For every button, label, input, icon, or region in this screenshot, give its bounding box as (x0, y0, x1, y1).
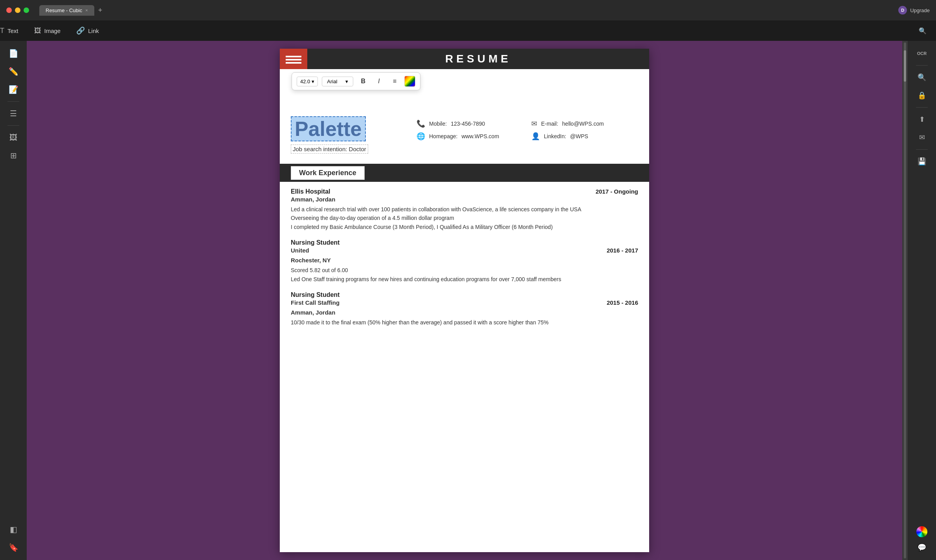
job-desc-2-0: Scored 5.82 out of 6.00 (291, 266, 638, 275)
job-header-2: Nursing Student (291, 239, 638, 246)
upgrade-button[interactable]: Upgrade (910, 7, 930, 13)
header-red-accent (280, 49, 307, 69)
sidebar-save-icon[interactable]: 💾 (914, 154, 930, 169)
tab-label: Resume - Cubic (46, 7, 82, 13)
email-value: hello@WPS.com (562, 121, 604, 127)
sidebar-bookmark-icon[interactable]: 🔖 (6, 540, 21, 555)
job-entry-ellis: Ellis Hospital 2017 - Ongoing Amman, Jor… (291, 188, 638, 231)
job-desc-1-0: Led a clinical research trial with over … (291, 205, 638, 214)
app-toolbar: T Text 🖼 Image 🔗 Link 🔍 (0, 20, 936, 41)
job-company-3: Nursing Student (291, 291, 340, 298)
close-window-button[interactable] (6, 7, 12, 13)
job-company-1: Ellis Hospital (291, 188, 330, 195)
font-size-arrow: ▾ (312, 79, 314, 84)
tab-resume-cubic[interactable]: Resume - Cubic × (39, 5, 94, 16)
link-tool-label: Link (88, 27, 99, 34)
work-experience-label: Work Experience (291, 166, 365, 180)
job-sub-company-3: First Call Staffing (291, 299, 340, 306)
job-location-3: Amman, Jordan (291, 309, 638, 316)
linkedin-label: LinkedIn: (544, 133, 566, 139)
user-avatar: D (898, 6, 907, 15)
mobile-value: 123-456-7890 (451, 121, 485, 127)
svg-rect-1 (286, 59, 301, 60)
job-desc-1-1: Overseeing the day-to-day operation of a… (291, 214, 638, 222)
contact-info: 📞 Mobile: 123-456-7890 ✉ E-mail: hello@W… (417, 116, 638, 141)
sidebar-image-icon[interactable]: 🖼 (6, 130, 21, 145)
search-button[interactable]: 🔍 (919, 27, 927, 35)
format-toolbar: 42.0 ▾ Arial ▾ B I ≡ (292, 72, 420, 90)
work-content: Ellis Hospital 2017 - Ongoing Amman, Jor… (280, 182, 649, 341)
sidebar-document-icon[interactable]: 📄 (6, 46, 21, 61)
scroll-handle[interactable] (904, 50, 906, 82)
job-entry-nursing-2: Nursing Student First Call Staffing 2015… (291, 291, 638, 327)
add-tab-button[interactable]: + (96, 6, 105, 15)
sidebar-divider-1 (7, 101, 19, 102)
bold-button[interactable]: B (357, 76, 369, 87)
scroll-track (904, 42, 906, 558)
job-dates-1: 2017 - Ongoing (596, 188, 638, 195)
job-entry-nursing-1: Nursing Student United 2016 - 2017 Roche… (291, 239, 638, 284)
job-dates-3: 2015 - 2016 (607, 299, 638, 306)
linkedin-icon: 👤 (531, 132, 540, 141)
align-button[interactable]: ≡ (389, 76, 400, 87)
email-icon: ✉ (531, 119, 537, 128)
name-selected-area[interactable]: Palette (291, 116, 366, 141)
link-tool-icon: 🔗 (76, 26, 85, 35)
italic-button[interactable]: I (373, 76, 385, 87)
text-tool-label: Text (7, 27, 18, 34)
text-tool[interactable]: T Text (0, 27, 18, 35)
job-header-3: Nursing Student (291, 291, 638, 298)
minimize-window-button[interactable] (15, 7, 20, 13)
sidebar-layers-icon[interactable]: ◧ (6, 522, 21, 537)
maximize-window-button[interactable] (24, 7, 29, 13)
email-label: E-mail: (541, 121, 558, 127)
image-tool[interactable]: 🖼 Image (34, 27, 61, 35)
wps-rainbow-icon[interactable] (916, 526, 927, 537)
job-intention-value: Doctor (349, 146, 366, 152)
right-sidebar: OCR 🔍 🔒 ⬆ ✉ 💾 💬 (908, 41, 936, 560)
sidebar-lock-icon[interactable]: 🔒 (914, 88, 930, 103)
job-sub-header-2: United 2016 - 2017 (291, 247, 638, 256)
job-location-2: Rochester, NY (291, 257, 638, 264)
link-tool[interactable]: 🔗 Link (76, 26, 99, 35)
homepage-label: Homepage: (429, 133, 457, 139)
color-picker-button[interactable] (404, 76, 415, 87)
sidebar-list-icon[interactable]: ☰ (6, 106, 21, 121)
content-area[interactable]: RESUME 42.0 ▾ Arial ▾ B I ≡ (27, 41, 902, 560)
name-section: Palette Job search intention: Doctor 📞 M… (280, 108, 649, 160)
sidebar-ocr-icon[interactable]: OCR (914, 46, 930, 61)
search-icon: 🔍 (919, 27, 927, 34)
job-header-1: Ellis Hospital 2017 - Ongoing (291, 188, 638, 195)
tab-close-button[interactable]: × (85, 8, 88, 13)
sidebar-pen-icon[interactable]: ✏️ (6, 64, 21, 79)
scroll-bar[interactable] (902, 41, 908, 560)
name-left: Palette Job search intention: Doctor (291, 116, 409, 154)
job-desc-2-1: Led One Staff training programs for new … (291, 275, 638, 284)
window-controls (6, 7, 29, 13)
phone-icon: 📞 (417, 119, 425, 128)
sidebar-mail-icon[interactable]: ✉ (914, 130, 930, 145)
job-sub-company-2: United (291, 247, 309, 254)
left-sidebar: 📄 ✏️ 📝 ☰ 🖼 ⊞ ◧ 🔖 (0, 41, 27, 560)
text-tool-icon: T (0, 27, 4, 35)
font-size-selector[interactable]: 42.0 ▾ (297, 77, 318, 86)
sidebar-file-search-icon[interactable]: 🔍 (914, 70, 930, 85)
resume-title: RESUME (307, 53, 649, 65)
contact-homepage: 🌐 Homepage: www.WPS.com (417, 132, 523, 141)
svg-rect-2 (286, 62, 301, 64)
resume-name: Palette (295, 119, 362, 139)
font-family-selector[interactable]: Arial ▾ (322, 77, 353, 86)
svg-rect-0 (286, 56, 301, 57)
right-divider-3 (916, 149, 928, 150)
sidebar-edit-icon[interactable]: 📝 (6, 82, 21, 97)
font-family-arrow: ▾ (345, 79, 348, 84)
sidebar-template-icon[interactable]: ⊞ (6, 148, 21, 163)
job-company-2: Nursing Student (291, 239, 340, 246)
resume-page: RESUME 42.0 ▾ Arial ▾ B I ≡ (280, 49, 649, 552)
font-family-value: Arial (327, 79, 337, 84)
sidebar-share-icon[interactable]: ⬆ (914, 112, 930, 127)
homepage-value: www.WPS.com (461, 133, 499, 139)
job-intention-label: Job search intention: (293, 146, 347, 152)
job-location-1: Amman, Jordan (291, 196, 638, 203)
sidebar-chat-icon[interactable]: 💬 (914, 540, 930, 555)
